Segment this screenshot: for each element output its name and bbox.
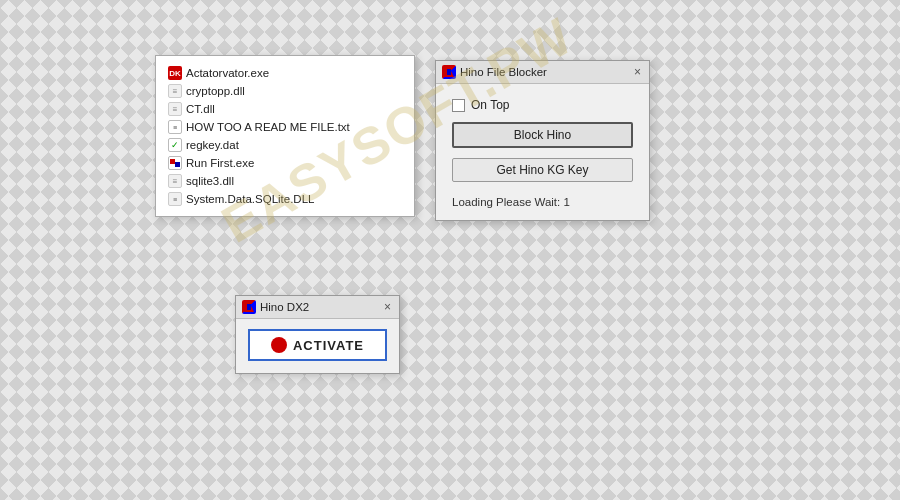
file-name: sqlite3.dll [186, 175, 234, 187]
svg-rect-5 [247, 304, 251, 310]
file-name: System.Data.SQLite.DLL [186, 193, 314, 205]
blocker-window: Hino File Blocker × On Top Block Hino Ge… [435, 60, 650, 221]
txt-icon: ≡ [168, 120, 182, 134]
on-top-row: On Top [452, 98, 633, 112]
dll2-icon: ≡ [168, 174, 182, 188]
dll-icon: ≡ [168, 102, 182, 116]
file-explorer-window: DK Actatorvator.exe ≡ cryptopp.dll ≡ CT.… [155, 55, 415, 217]
activate-label: ACTIVATE [293, 338, 364, 353]
get-kg-key-button[interactable]: Get Hino KG Key [452, 158, 633, 182]
on-top-label: On Top [471, 98, 509, 112]
file-name: Run First.exe [186, 157, 254, 169]
activation-content: ACTIVATE [236, 319, 399, 373]
list-item[interactable]: ≡ cryptopp.dll [164, 82, 410, 100]
list-item[interactable]: DK Actatorvator.exe [164, 64, 410, 82]
list-item[interactable]: ≡ HOW TOO A READ ME FILE.txt [164, 118, 410, 136]
svg-rect-0 [170, 159, 175, 164]
list-item[interactable]: Run First.exe [164, 154, 410, 172]
file-name: regkey.dat [186, 139, 239, 151]
list-item[interactable]: ≡ System.Data.SQLite.DLL [164, 190, 410, 208]
file-name: HOW TOO A READ ME FILE.txt [186, 121, 350, 133]
titlebar-left: Hino File Blocker [442, 65, 547, 79]
activate-button[interactable]: ACTIVATE [248, 329, 387, 361]
list-item[interactable]: ≡ CT.dll [164, 100, 410, 118]
file-name: Actatorvator.exe [186, 67, 269, 79]
blocker-title-icon [442, 65, 456, 79]
status-text: Loading Please Wait: 1 [452, 196, 633, 208]
file-list: DK Actatorvator.exe ≡ cryptopp.dll ≡ CT.… [164, 64, 410, 208]
activate-icon [271, 337, 287, 353]
blocker-close-button[interactable]: × [632, 66, 643, 78]
dll3-icon: ≡ [168, 192, 182, 206]
exe-icon: DK [168, 66, 182, 80]
activation-window: Hino DX2 × ACTIVATE [235, 295, 400, 374]
blocker-title: Hino File Blocker [460, 66, 547, 78]
dat-icon: ✓ [168, 138, 182, 152]
svg-rect-3 [447, 69, 451, 75]
activation-title-icon [242, 300, 256, 314]
file-name: CT.dll [186, 103, 215, 115]
dll-icon: ≡ [168, 84, 182, 98]
blocker-content: On Top Block Hino Get Hino KG Key Loadin… [436, 84, 649, 220]
list-item[interactable]: ≡ sqlite3.dll [164, 172, 410, 190]
svg-rect-1 [175, 162, 180, 167]
activation-titlebar: Hino DX2 × [236, 296, 399, 319]
list-item[interactable]: ✓ regkey.dat [164, 136, 410, 154]
run-icon [168, 156, 182, 170]
activation-close-button[interactable]: × [382, 301, 393, 313]
file-name: cryptopp.dll [186, 85, 245, 97]
on-top-checkbox[interactable] [452, 99, 465, 112]
activation-titlebar-left: Hino DX2 [242, 300, 309, 314]
block-hino-button[interactable]: Block Hino [452, 122, 633, 148]
blocker-titlebar: Hino File Blocker × [436, 61, 649, 84]
activation-title: Hino DX2 [260, 301, 309, 313]
